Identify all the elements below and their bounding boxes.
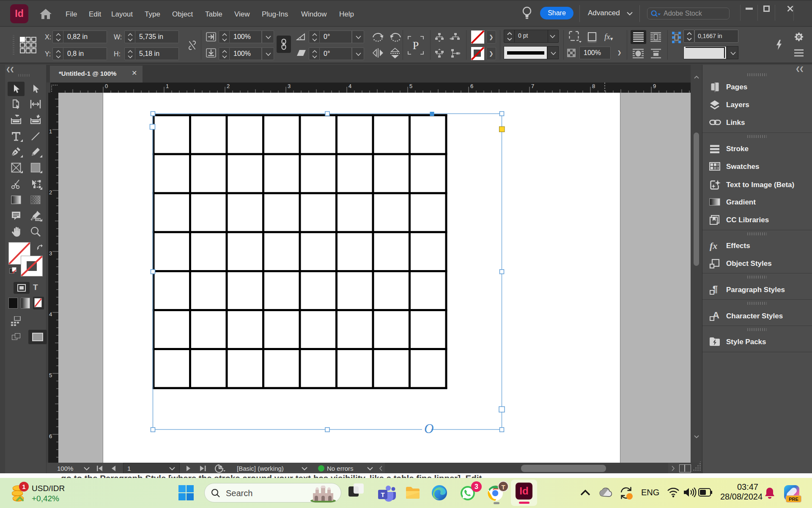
svg-text:6: 6 xyxy=(470,83,473,89)
svg-text:4: 4 xyxy=(348,83,351,89)
svg-text:4: 4 xyxy=(49,311,52,318)
svg-text:2: 2 xyxy=(227,83,230,89)
svg-text:1: 1 xyxy=(49,128,52,135)
svg-text:1: 1 xyxy=(166,83,169,89)
svg-text:fx: fx xyxy=(710,240,717,251)
svg-text:3: 3 xyxy=(49,250,52,257)
svg-text:7: 7 xyxy=(531,83,534,89)
svg-text:6: 6 xyxy=(49,433,52,439)
svg-text:8: 8 xyxy=(592,83,595,89)
svg-text:3: 3 xyxy=(288,83,291,89)
svg-text:5: 5 xyxy=(409,83,412,89)
svg-text:P: P xyxy=(413,39,419,52)
svg-text:T: T xyxy=(381,491,384,498)
svg-text:2: 2 xyxy=(49,189,52,196)
svg-text:5: 5 xyxy=(49,372,52,378)
svg-text:O: O xyxy=(424,421,433,436)
svg-text:9: 9 xyxy=(653,83,656,89)
svg-text:0: 0 xyxy=(105,83,108,89)
